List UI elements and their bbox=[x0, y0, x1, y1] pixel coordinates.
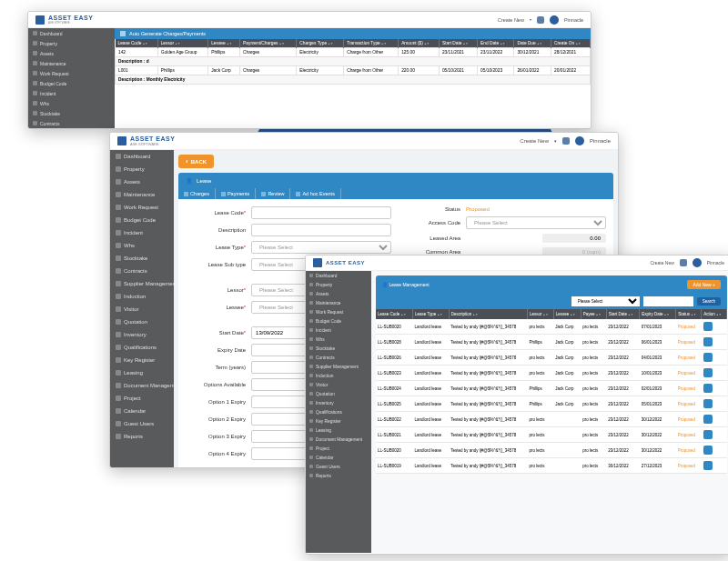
sidebar-item-maintenance[interactable]: Maintenance bbox=[306, 298, 371, 307]
sidebar-item-leasing[interactable]: Leasing bbox=[110, 366, 174, 379]
table-row[interactable]: LL-SUB0020Landlord leaseTested by andy l… bbox=[376, 319, 727, 335]
sidebar-item-property[interactable]: Property bbox=[306, 280, 371, 289]
edit-button[interactable] bbox=[703, 368, 713, 377]
subtab-payments[interactable]: Payments bbox=[216, 188, 256, 199]
sidebar-item-incident[interactable]: Incident bbox=[28, 88, 115, 98]
sidebar-item-document-management[interactable]: Document Management bbox=[110, 379, 174, 392]
col-header[interactable]: Lessor▲▼ bbox=[527, 309, 553, 319]
col-header[interactable]: Charges Type▲▼ bbox=[297, 39, 344, 48]
sidebar-item-maintenance[interactable]: Maintenance bbox=[28, 58, 115, 68]
table-row[interactable]: 142Golden Age GroupPhillipsChargesElectr… bbox=[116, 48, 591, 57]
sidebar-item-reports[interactable]: Reports bbox=[306, 471, 371, 480]
col-header[interactable]: Lease Code▲▼ bbox=[116, 39, 158, 48]
col-header[interactable]: Date Due▲▼ bbox=[514, 39, 551, 48]
subtab-review[interactable]: Review bbox=[256, 188, 290, 199]
edit-button[interactable] bbox=[703, 337, 713, 346]
table-row[interactable]: LL-SUB0026Landlord leaseTested by andy l… bbox=[376, 350, 727, 366]
sidebar-item-incident[interactable]: Incident bbox=[306, 326, 371, 335]
create-new-link[interactable]: Create New bbox=[650, 260, 673, 265]
sidebar-item-assets[interactable]: Assets bbox=[110, 175, 174, 188]
sidebar-item-assets[interactable]: Assets bbox=[28, 48, 115, 58]
sidebar-item-assets[interactable]: Assets bbox=[306, 289, 371, 298]
col-header[interactable]: Description▲▼ bbox=[449, 309, 527, 319]
add-new-button[interactable]: Add New + bbox=[687, 280, 721, 289]
table-row[interactable]: L001PhillipsJack CorpChargesElectricityC… bbox=[116, 66, 591, 75]
sidebar-item-supplier-management[interactable]: Supplier Management bbox=[110, 277, 174, 290]
sidebar-item-budget-code[interactable]: Budget Code bbox=[28, 78, 115, 88]
sidebar-item-leasing[interactable]: Leasing bbox=[306, 426, 371, 435]
sidebar-item-induction[interactable]: Induction bbox=[110, 290, 174, 303]
table-row[interactable]: LL-SUB0022Landlord leaseTested by andy l… bbox=[376, 412, 727, 427]
sidebar-item-quotation[interactable]: Quotation bbox=[110, 316, 174, 328]
sidebar-item-calendar[interactable]: Calendar bbox=[306, 453, 371, 462]
sidebar-item-inventory[interactable]: Inventory bbox=[110, 328, 174, 341]
subtab-ad-hoc-events[interactable]: Ad hoc Events bbox=[290, 188, 340, 199]
sidebar-item-document-management[interactable]: Document Management bbox=[306, 435, 371, 444]
sidebar-item-contracts[interactable]: Contracts bbox=[28, 118, 115, 128]
col-header[interactable]: Action▲▼ bbox=[702, 309, 727, 319]
col-header[interactable]: End Date▲▼ bbox=[478, 39, 514, 48]
col-header[interactable]: Lessor▲▼ bbox=[157, 39, 208, 48]
search-button[interactable]: Search bbox=[697, 297, 721, 306]
table-row[interactable]: LL-SUB0020Landlord leaseTested by andy l… bbox=[376, 443, 727, 458]
sidebar-item-whs[interactable]: Whs bbox=[110, 239, 174, 252]
edit-button[interactable] bbox=[703, 384, 713, 393]
edit-button[interactable] bbox=[703, 461, 713, 470]
sidebar-item-guest-users[interactable]: Guest Users bbox=[306, 462, 371, 471]
create-new-link[interactable]: Create New bbox=[498, 17, 524, 23]
bell-icon[interactable] bbox=[680, 259, 687, 266]
sidebar-item-work-request[interactable]: Work Request bbox=[306, 307, 371, 316]
col-header[interactable]: Payment/Charges▲▼ bbox=[240, 39, 297, 48]
col-header[interactable]: Create On▲▼ bbox=[551, 39, 591, 48]
edit-button[interactable] bbox=[703, 430, 713, 439]
sidebar-item-work-request[interactable]: Work Request bbox=[28, 68, 115, 78]
sidebar-item-stocktake[interactable]: Stocktake bbox=[110, 252, 174, 265]
sidebar-item-dashboard[interactable]: Dashboard bbox=[306, 271, 371, 280]
brand[interactable]: ASSET EASY bbox=[313, 258, 365, 267]
sidebar-item-whs[interactable]: Whs bbox=[28, 98, 115, 108]
lease-type-select[interactable]: Please Select bbox=[251, 241, 391, 254]
sidebar-item-guest-users[interactable]: Guest Users bbox=[110, 417, 174, 430]
col-header[interactable]: Lessee▲▼ bbox=[208, 39, 240, 48]
table-row[interactable]: LL-SUB0028Landlord leaseTested by andy l… bbox=[376, 335, 727, 350]
description-input[interactable] bbox=[251, 224, 391, 236]
sidebar-item-dashboard[interactable]: Dashboard bbox=[110, 150, 174, 163]
col-header[interactable]: Payee▲▼ bbox=[581, 309, 606, 319]
sidebar-item-dashboard[interactable]: Dashboard bbox=[28, 28, 115, 38]
sidebar-item-qualifications[interactable]: Qualifications bbox=[110, 341, 174, 354]
col-header[interactable]: Lease Type▲▼ bbox=[412, 309, 449, 319]
sidebar-item-project[interactable]: Project bbox=[110, 392, 174, 405]
sidebar-item-calendar[interactable]: Calendar bbox=[110, 405, 174, 417]
sidebar-item-supplier-management[interactable]: Supplier Management bbox=[306, 362, 371, 371]
sidebar-item-stocktake[interactable]: Stocktake bbox=[28, 108, 115, 118]
col-header[interactable]: Lessee▲▼ bbox=[553, 309, 581, 319]
sidebar-item-property[interactable]: Property bbox=[110, 163, 174, 175]
edit-button[interactable] bbox=[703, 399, 713, 408]
sidebar-item-visitor[interactable]: Visitor bbox=[110, 303, 174, 316]
brand[interactable]: ASSET EASY ASE SOFTWARE bbox=[35, 15, 93, 25]
table-row[interactable]: LL-SUB0023Landlord leaseTested by andy l… bbox=[376, 366, 727, 381]
brand[interactable]: ASSET EASY ASE SOFTWARE bbox=[117, 135, 175, 146]
col-header[interactable]: Transaction Type▲▼ bbox=[344, 39, 399, 48]
sidebar-item-budget-code[interactable]: Budget Code bbox=[306, 316, 371, 326]
sidebar-item-qualifications[interactable]: Qualifications bbox=[306, 407, 371, 416]
sidebar-item-key-register[interactable]: Key Register bbox=[306, 416, 371, 426]
sidebar-item-visitor[interactable]: Visitor bbox=[306, 380, 371, 389]
sidebar-item-whs[interactable]: Whs bbox=[306, 335, 371, 344]
table-row[interactable]: LL-SUB0019Landlord leaseTested by andy l… bbox=[376, 458, 727, 474]
sidebar-item-inventory[interactable]: Inventory bbox=[306, 398, 371, 407]
filter-input[interactable] bbox=[643, 296, 693, 306]
edit-button[interactable] bbox=[703, 322, 713, 331]
avatar[interactable] bbox=[575, 136, 584, 145]
sidebar-item-property[interactable]: Property bbox=[28, 38, 115, 48]
table-row[interactable]: LL-SUB0025Landlord leaseTested by andy l… bbox=[376, 396, 727, 412]
sidebar-item-budget-code[interactable]: Budget Code bbox=[110, 214, 174, 226]
col-header[interactable]: Start Date▲▼ bbox=[606, 309, 640, 319]
sidebar-item-reports[interactable]: Reports bbox=[110, 430, 174, 443]
bell-icon[interactable] bbox=[562, 137, 570, 145]
avatar[interactable] bbox=[693, 258, 702, 267]
subtab-charges[interactable]: Charges bbox=[178, 188, 216, 199]
bell-icon[interactable] bbox=[537, 16, 544, 24]
col-header[interactable]: Amount ($)▲▼ bbox=[399, 39, 440, 48]
sidebar-item-contracts[interactable]: Contracts bbox=[306, 353, 371, 362]
